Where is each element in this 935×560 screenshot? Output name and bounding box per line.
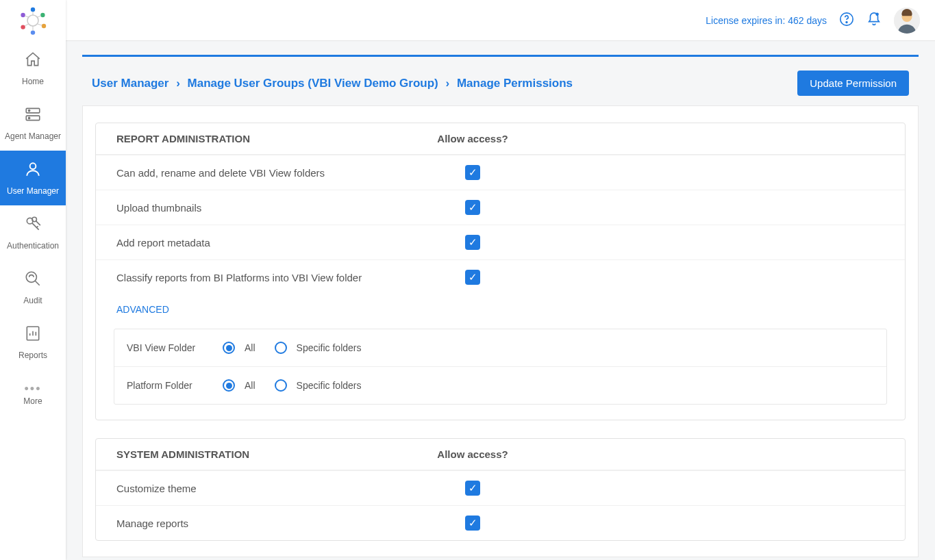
user-icon [24, 160, 42, 182]
permission-row: Can add, rename and delete VBI View fold… [96, 155, 905, 190]
breadcrumb-level2[interactable]: Manage User Groups (VBI View Demo Group) [188, 77, 438, 90]
sidebar-item-agent-manager[interactable]: Agent Manager [0, 96, 66, 151]
permission-label: Classify reports from BI Platforms into … [116, 272, 432, 283]
permission-checkbox[interactable]: ✓ [465, 481, 480, 496]
svg-point-3 [42, 24, 46, 28]
svg-point-17 [30, 163, 36, 169]
permission-row: Manage reports ✓ [96, 505, 905, 540]
svg-line-12 [25, 16, 29, 17]
license-status: License expires in: 462 days [706, 15, 827, 26]
sidebar-item-more[interactable]: ••• More [0, 370, 66, 418]
main-area: License expires in: 462 days User Manage… [66, 0, 935, 560]
svg-point-20 [26, 272, 36, 282]
app-logo [0, 0, 66, 41]
svg-point-0 [27, 15, 38, 26]
breadcrumb: User Manager › Manage User Groups (VBI V… [92, 77, 573, 90]
sidebar-item-label: Home [22, 77, 44, 86]
permission-row: Add report metadata ✓ [96, 225, 905, 259]
access-column-header: Allow access? [432, 448, 514, 460]
help-icon[interactable] [839, 12, 854, 29]
permission-row: Customize theme ✓ [96, 470, 905, 505]
advanced-row: VBI View Folder All Specific folders [114, 329, 886, 366]
permission-label: Manage reports [116, 518, 432, 529]
radio-label: All [245, 342, 255, 353]
content: User Manager › Manage User Groups (VBI V… [66, 41, 935, 560]
advanced-section-label[interactable]: ADVANCED [96, 294, 905, 324]
sidebar-item-label: User Manager [7, 186, 59, 196]
section-title: REPORT ADMINISTRATION [116, 133, 432, 144]
permission-label: Customize theme [116, 483, 432, 494]
svg-point-1 [31, 8, 35, 12]
svg-point-16 [29, 117, 30, 118]
svg-point-24 [875, 12, 879, 16]
advanced-row: Platform Folder All Specific folders [114, 366, 886, 404]
permission-checkbox[interactable]: ✓ [465, 165, 480, 180]
permission-checkbox[interactable]: ✓ [465, 200, 480, 215]
logo-icon [16, 4, 49, 37]
svg-line-8 [37, 16, 41, 17]
radio-label: Specific folders [297, 380, 362, 391]
sidebar-item-home[interactable]: Home [0, 41, 66, 96]
permission-row: Classify reports from BI Platforms into … [96, 259, 905, 294]
keys-icon [24, 215, 42, 237]
sidebar-item-label: Reports [18, 351, 47, 360]
permission-label: Upload thumbnails [116, 202, 432, 214]
svg-point-4 [31, 30, 35, 34]
sidebar-item-label: Authentication [7, 241, 59, 251]
more-icon: ••• [25, 382, 42, 396]
sidebar-item-reports[interactable]: Reports [0, 315, 66, 370]
permission-label: Add report metadata [116, 237, 432, 249]
sidebar-item-authentication[interactable]: Authentication [0, 205, 66, 260]
permission-checkbox[interactable]: ✓ [465, 235, 480, 250]
advanced-row-label: Platform Folder [127, 380, 223, 391]
radio-label: All [245, 380, 255, 391]
svg-line-11 [25, 24, 29, 26]
section-title: SYSTEM ADMINISTRATION [116, 448, 432, 460]
radio-label: Specific folders [297, 342, 362, 353]
bell-icon[interactable] [867, 12, 882, 29]
svg-point-5 [21, 25, 25, 29]
chevron-right-icon: › [176, 77, 180, 90]
chevron-right-icon: › [446, 77, 450, 90]
update-permission-button[interactable]: Update Permission [797, 71, 909, 96]
sidebar-item-label: Audit [23, 296, 42, 305]
sidebar-item-label: Agent Manager [5, 131, 61, 141]
access-column-header: Allow access? [432, 133, 514, 144]
radio-specific-folders[interactable] [275, 342, 287, 354]
sidebar-item-audit[interactable]: Audit [0, 260, 66, 315]
svg-point-15 [29, 110, 30, 112]
server-icon [24, 105, 42, 127]
advanced-options-card: VBI View Folder All Specific folders [114, 329, 887, 405]
breadcrumb-level3: Manage Permissions [457, 77, 573, 90]
permission-label: Can add, rename and delete VBI View fold… [116, 167, 432, 179]
permission-checkbox[interactable]: ✓ [465, 516, 480, 531]
svg-point-23 [846, 21, 847, 23]
radio-all[interactable] [223, 379, 235, 392]
card-report-administration: REPORT ADMINISTRATION Allow access? Can … [95, 123, 906, 420]
user-avatar[interactable] [894, 8, 920, 34]
radio-specific-folders[interactable] [275, 379, 287, 392]
card-system-administration: SYSTEM ADMINISTRATION Allow access? Cust… [95, 438, 906, 541]
audit-icon [24, 270, 42, 292]
svg-point-2 [40, 13, 45, 17]
permission-checkbox[interactable]: ✓ [465, 270, 480, 285]
reports-icon [24, 324, 42, 346]
svg-point-6 [21, 13, 25, 17]
breadcrumb-level1[interactable]: User Manager [92, 77, 169, 90]
sidebar: Home Agent Manager User Manager Authenti… [0, 0, 66, 560]
permissions-scroll-area[interactable]: REPORT ADMINISTRATION Allow access? Can … [82, 105, 919, 557]
radio-all[interactable] [223, 342, 235, 354]
svg-line-9 [37, 24, 42, 25]
advanced-row-label: VBI View Folder [127, 342, 223, 353]
sidebar-item-user-manager[interactable]: User Manager [0, 151, 66, 205]
permission-row: Upload thumbnails ✓ [96, 190, 905, 225]
topbar: License expires in: 462 days [66, 0, 935, 41]
home-icon [24, 51, 42, 73]
sidebar-item-label: More [23, 396, 42, 406]
